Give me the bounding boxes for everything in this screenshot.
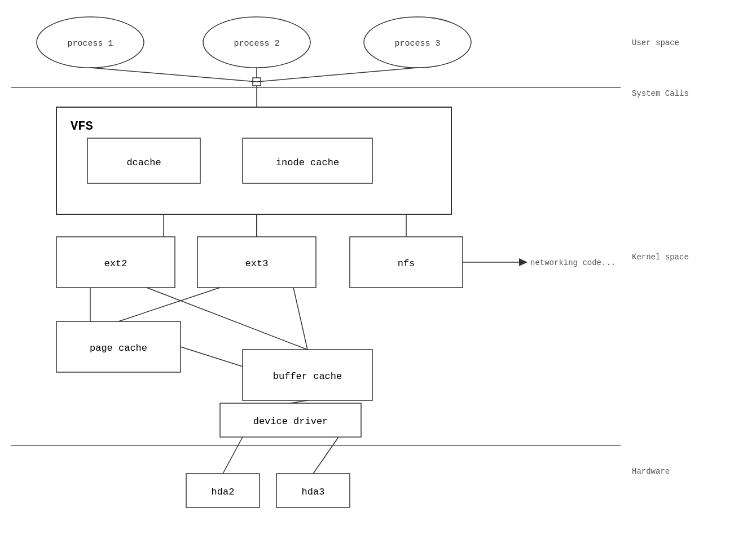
ext3-label: ext3 xyxy=(245,258,269,269)
device-driver-label: device driver xyxy=(253,416,328,427)
nfs-label: nfs xyxy=(398,258,415,269)
svg-marker-22 xyxy=(519,258,528,266)
main-svg: User space System Calls Kernel space Har… xyxy=(0,0,756,556)
svg-line-8 xyxy=(257,68,417,82)
ext2-label: ext2 xyxy=(104,258,128,269)
svg-line-33 xyxy=(118,288,220,321)
hda2-label: hda2 xyxy=(212,487,235,497)
process1-label: process 1 xyxy=(67,39,113,48)
dcache-label: dcache xyxy=(126,157,161,168)
process3-label: process 3 xyxy=(394,39,440,48)
user-space-label: User space xyxy=(632,38,679,47)
kernel-space-label: Kernel space xyxy=(632,253,689,262)
hda3-label: hda3 xyxy=(302,487,325,497)
svg-line-35 xyxy=(181,347,243,367)
networking-label: networking code... xyxy=(530,258,616,267)
svg-line-6 xyxy=(90,68,257,82)
page-cache-label: page cache xyxy=(90,343,147,354)
svg-line-28 xyxy=(223,437,243,474)
svg-line-29 xyxy=(313,437,339,474)
hardware-label: Hardware xyxy=(632,467,670,476)
diagram-container: User space System Calls Kernel space Har… xyxy=(0,0,756,556)
system-calls-label: System Calls xyxy=(632,89,689,98)
inode-cache-label: inode cache xyxy=(276,157,339,168)
buffer-cache-label: buffer cache xyxy=(273,371,342,382)
svg-line-34 xyxy=(293,288,307,350)
process2-label: process 2 xyxy=(234,39,279,48)
vfs-label: VFS xyxy=(71,120,93,134)
